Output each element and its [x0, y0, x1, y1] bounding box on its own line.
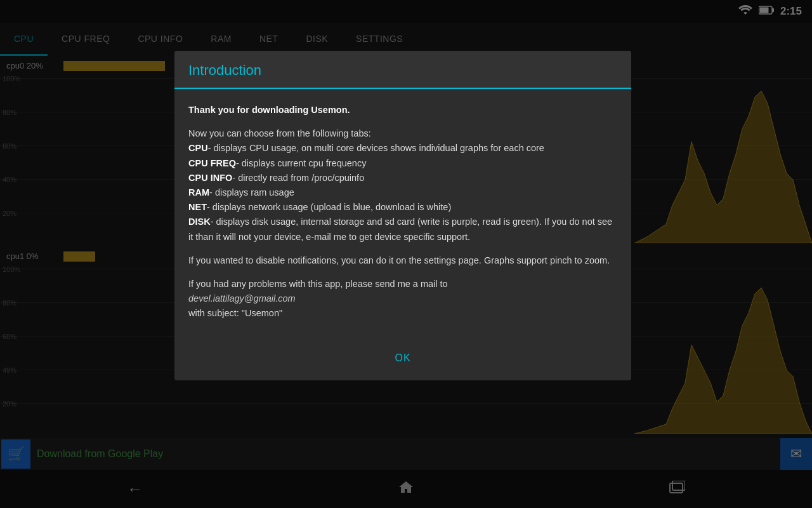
dialog-greeting: Thank you for downloading Usemon. — [188, 103, 617, 117]
ram-key: RAM — [188, 187, 209, 197]
cpu-key: CPU — [188, 143, 208, 153]
dialog-subject: with subject: "Usemon" — [188, 308, 282, 318]
cpu-freq-key: CPU FREQ — [188, 158, 236, 168]
introduction-dialog: Introduction Thank you for downloading U… — [174, 51, 631, 380]
net-desc: - displays network usage (upload is blue… — [207, 202, 451, 212]
cpu-desc: - displays CPU usage, on multi core devi… — [208, 143, 544, 153]
dialog-header: Introduction — [174, 51, 631, 89]
ok-button[interactable]: OK — [369, 347, 436, 369]
ram-desc: - displays ram usage — [209, 187, 294, 197]
dialog-extra1: If you wanted to disable notifications, … — [188, 253, 617, 268]
dialog-extra2: If you had any problems with this app, p… — [188, 277, 617, 321]
cpu-info-desc: - directly read from /proc/cpuinfo — [232, 173, 364, 183]
net-key: NET — [188, 202, 207, 212]
dialog-intro: Now you can choose from the following ta… — [188, 126, 617, 244]
dialog-footer: OK — [174, 341, 631, 380]
disk-desc: - displays disk usage, internal storage … — [188, 217, 612, 241]
dialog-body: Thank you for downloading Usemon. Now yo… — [174, 89, 631, 341]
dialog-title: Introduction — [188, 62, 617, 79]
disk-key: DISK — [188, 217, 211, 227]
cpu-freq-desc: - displays current cpu frequency — [236, 158, 367, 168]
dialog-email: devel.iattilagy@gmail.com — [188, 293, 296, 304]
cpu-info-key: CPU INFO — [188, 173, 232, 183]
